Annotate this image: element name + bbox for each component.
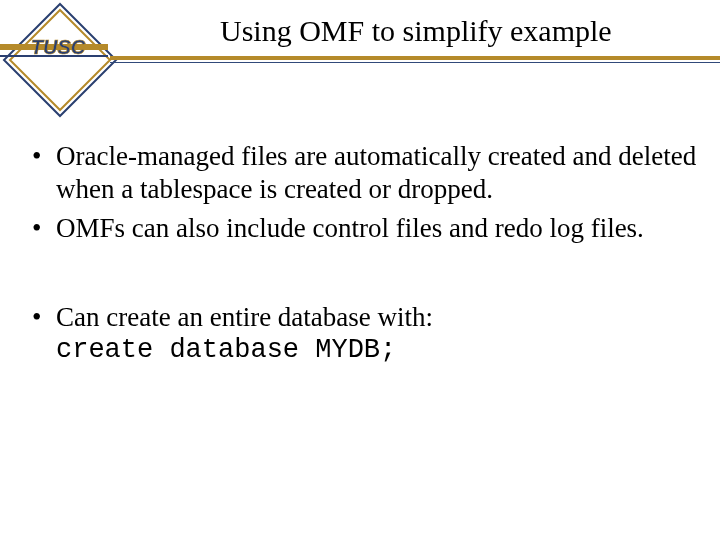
- bullet-text: Can create an entire database with:: [56, 302, 433, 332]
- bullet-item: Can create an entire database with: crea…: [28, 301, 708, 367]
- slide-body: Oracle-managed files are automatically c…: [28, 140, 708, 373]
- code-line: create database MYDB;: [56, 334, 708, 367]
- bullet-item: OMFs can also include control files and …: [28, 212, 708, 245]
- divider-gold: [110, 56, 720, 60]
- divider-navy: [110, 62, 720, 63]
- bullet-item: Oracle-managed files are automatically c…: [28, 140, 708, 206]
- slide-header: TUSC Using OMF to simplify example: [0, 0, 720, 88]
- logo-text: TUSC: [31, 36, 86, 58]
- tusc-logo: TUSC: [0, 0, 120, 120]
- svg-marker-0: [4, 4, 116, 116]
- bullet-list-1: Oracle-managed files are automatically c…: [28, 140, 708, 245]
- slide-title: Using OMF to simplify example: [220, 14, 612, 48]
- bullet-list-2: Can create an entire database with: crea…: [28, 301, 708, 367]
